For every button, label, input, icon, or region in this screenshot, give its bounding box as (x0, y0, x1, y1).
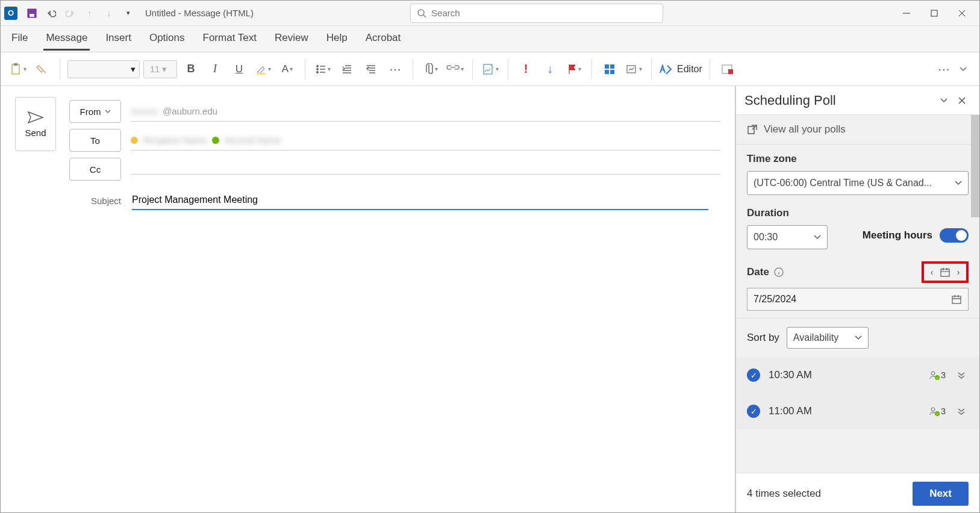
chevron-down-icon (814, 235, 821, 240)
importance-low-button[interactable]: ↓ (540, 58, 560, 80)
tab-file[interactable]: File (9, 27, 30, 51)
font-color-button[interactable]: A▾ (277, 58, 298, 80)
checkmark-icon[interactable]: ✓ (747, 405, 760, 418)
tab-format-text[interactable]: Format Text (201, 27, 259, 51)
attendee-count: 3 (929, 406, 946, 416)
ribbon-collapse-button[interactable] (954, 60, 972, 78)
svg-rect-13 (605, 70, 609, 74)
send-button[interactable]: Send (15, 97, 56, 151)
panel-collapse-button[interactable] (935, 92, 953, 110)
tab-help[interactable]: Help (324, 27, 350, 51)
date-input[interactable]: 7/25/2024 (747, 288, 969, 311)
indent-button[interactable] (361, 58, 381, 80)
apps-button[interactable] (599, 58, 620, 80)
svg-rect-20 (941, 269, 949, 276)
bold-button[interactable]: B (181, 58, 201, 80)
window-title: Untitled - Message (HTML) (145, 8, 254, 18)
svg-rect-11 (605, 64, 609, 69)
timezone-label: Time zone (747, 153, 969, 165)
sort-by-select[interactable]: Availability (787, 327, 869, 349)
font-name-select[interactable]: ▾ (67, 60, 140, 78)
link-button[interactable]: ▾ (445, 58, 465, 80)
from-button[interactable]: From (69, 100, 121, 123)
timeslot-item[interactable]: ✓ 11:00 AM 3 (736, 393, 979, 429)
editor-button[interactable]: Editor (659, 63, 702, 75)
svg-rect-1 (30, 14, 34, 17)
search-input[interactable]: Search (410, 4, 663, 23)
attach-file-button[interactable]: ▾ (420, 58, 441, 80)
save-button[interactable] (23, 5, 40, 22)
compose-pane: Send From xxxxxx@auburn.edu To R (1, 86, 735, 513)
window-controls (893, 4, 976, 23)
qat-customize-button[interactable]: ▾ (120, 5, 137, 22)
ribbon-toolbar: ▾ ▾ 11▾ B I U ▾ A▾ ▾ ⋯ ▾ ▾ ▾ ! ↓ ▾ ▾ Edi… (1, 52, 979, 86)
minimize-button[interactable] (893, 4, 920, 23)
external-link-icon (747, 124, 758, 135)
panel-close-button[interactable] (953, 92, 971, 110)
svg-rect-18 (748, 126, 754, 134)
tab-message[interactable]: Message (43, 27, 90, 51)
duration-select[interactable]: 00:30 (747, 225, 828, 249)
panel-title: Scheduling Poll (744, 93, 935, 108)
today-icon[interactable] (940, 267, 950, 277)
signature-button[interactable]: ▾ (480, 58, 501, 80)
expand-slot-button[interactable] (954, 372, 969, 379)
underline-button[interactable]: U (229, 58, 249, 80)
view-all-polls-link[interactable]: View all your polls (736, 115, 979, 145)
maximize-button[interactable] (920, 4, 948, 23)
meeting-hours-toggle[interactable] (940, 228, 969, 243)
font-size-select[interactable]: 11▾ (143, 60, 177, 78)
to-button[interactable]: To (69, 129, 121, 152)
follow-up-button[interactable]: ▾ (564, 58, 584, 80)
paste-button[interactable]: ▾ (8, 58, 28, 80)
expand-slot-button[interactable] (954, 408, 969, 415)
info-icon[interactable] (774, 267, 784, 277)
scrollbar[interactable] (971, 115, 979, 217)
presence-available-icon (212, 137, 219, 144)
svg-point-22 (931, 372, 935, 375)
panel-footer: 4 times selected Next (736, 473, 979, 513)
outlook-icon: O (4, 7, 17, 20)
to-field[interactable]: Recipient Name Second Name (131, 130, 720, 151)
importance-high-button[interactable]: ! (516, 58, 536, 80)
subject-input[interactable] (132, 191, 708, 210)
checkmark-icon[interactable]: ✓ (747, 368, 760, 382)
timeslot-item[interactable]: ✓ 10:30 AM 3 (736, 357, 979, 393)
prev-item-button[interactable]: ↑ (81, 5, 98, 22)
undo-button[interactable] (43, 5, 60, 22)
cc-button[interactable]: Cc (69, 158, 121, 181)
panel-scroll: View all your polls Time zone (UTC-06:00… (736, 115, 979, 473)
tab-insert[interactable]: Insert (103, 27, 134, 51)
panel-header: Scheduling Poll (736, 86, 979, 115)
close-button[interactable] (948, 4, 976, 23)
italic-button[interactable]: I (205, 58, 225, 80)
ribbon-overflow-button[interactable]: ⋯ (934, 58, 954, 80)
format-painter-button[interactable] (32, 58, 52, 80)
meeting-hours-toggle-label: Meeting hours (863, 228, 969, 243)
next-button[interactable]: Next (913, 482, 969, 506)
title-bar: O ↑ ↓ ▾ Untitled - Message (HTML) Search (1, 1, 979, 26)
viva-insights-button[interactable]: ▾ (623, 58, 644, 80)
calendar-icon (951, 294, 962, 305)
svg-rect-12 (610, 64, 614, 69)
cc-field[interactable] (131, 164, 720, 175)
date-next-button[interactable]: › (953, 266, 964, 279)
svg-rect-21 (952, 296, 961, 303)
next-item-button[interactable]: ↓ (101, 5, 117, 22)
svg-point-25 (935, 411, 940, 416)
svg-point-9 (316, 71, 318, 73)
tab-options[interactable]: Options (147, 27, 187, 51)
timezone-select[interactable]: (UTC-06:00) Central Time (US & Canad... (747, 171, 969, 195)
tab-acrobat[interactable]: Acrobat (363, 27, 404, 51)
bullet-list-button[interactable]: ▾ (313, 58, 333, 80)
more-formatting-button[interactable]: ⋯ (385, 58, 405, 80)
redo-button[interactable] (62, 5, 79, 22)
highlight-button[interactable]: ▾ (253, 58, 273, 80)
timeslot-list: ✓ 10:30 AM 3 ✓ 11:00 AM 3 (736, 357, 979, 429)
ribbon-tabs: File Message Insert Options Format Text … (1, 26, 979, 52)
date-prev-button[interactable]: ‹ (926, 266, 937, 279)
chevron-down-icon (105, 110, 111, 113)
immersive-reader-button[interactable] (717, 58, 738, 80)
outdent-button[interactable] (337, 58, 357, 80)
tab-review[interactable]: Review (272, 27, 311, 51)
